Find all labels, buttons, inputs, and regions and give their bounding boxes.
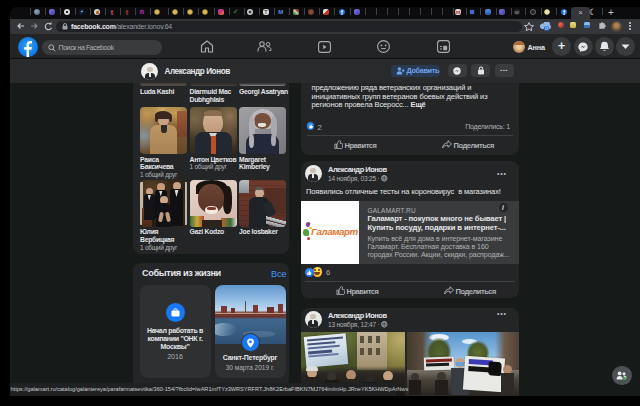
- svg-text:18: 18: [545, 27, 549, 31]
